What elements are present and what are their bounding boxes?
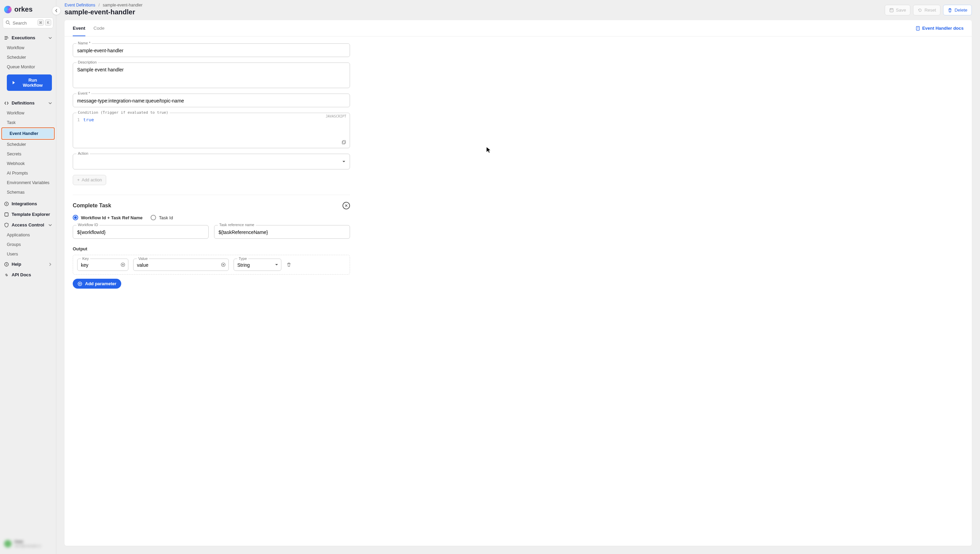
chevron-down-icon [48,102,52,105]
main: Event Definitions / sample-event-handler… [56,0,980,554]
avatar [4,540,12,548]
output-type-select[interactable]: Type [234,259,282,271]
integrations-icon [4,202,9,206]
caret-down-icon [275,263,278,266]
tab-code[interactable]: Code [94,20,105,36]
reset-button[interactable]: Reset [913,5,940,15]
trash-icon [286,262,292,267]
executions-icon [4,35,9,40]
sidebar-item-secrets[interactable]: Secrets [0,149,56,159]
x-icon [345,204,348,207]
sidebar-item-integrations[interactable]: Integrations [0,199,56,209]
remove-section-button[interactable] [342,202,350,209]
page-title: sample-event-handler [65,8,142,16]
workflow-id-input[interactable] [77,229,204,235]
task-ref-input[interactable] [218,229,345,235]
nav-section-access-control[interactable]: Access Control [0,220,56,230]
run-workflow-button[interactable]: Run Workflow [7,75,52,91]
save-icon [889,8,894,13]
save-button[interactable]: Save [885,5,911,15]
svg-rect-3 [5,213,8,216]
tab-event[interactable]: Event [73,20,85,36]
breadcrumb-root[interactable]: Event Definitions [65,3,95,8]
description-field[interactable]: Description Sample event handler [73,62,350,88]
breadcrumb-leaf: sample-event-handler [103,3,142,8]
output-key-input[interactable] [81,262,117,268]
sidebar-item-exec-workflow[interactable]: Workflow [0,43,56,53]
logo[interactable]: orkes [0,3,56,18]
delete-button[interactable]: Delete [943,5,972,15]
svg-text:?: ? [6,263,8,266]
help-icon: ? [4,262,9,267]
sidebar-item-groups[interactable]: Groups [0,240,56,249]
svg-rect-10 [342,141,345,144]
add-action-button[interactable]: + Add action [73,175,106,185]
plus-icon: + [77,178,80,182]
svg-point-0 [6,21,9,24]
sidebar-item-env-vars[interactable]: Environment Variables [0,178,56,188]
code-icon [4,101,9,105]
event-field[interactable]: Event * [73,94,350,107]
output-key-field[interactable]: Key [77,259,128,271]
shield-icon [4,223,9,228]
separator [73,195,350,195]
reset-icon [918,8,922,13]
complete-task-title: Complete Task [73,202,111,209]
sidebar-collapse-button[interactable] [52,6,61,15]
sidebar-item-api-docs[interactable]: API Docs [0,269,56,280]
sidebar-item-webhook[interactable]: Webhook [0,159,56,169]
radio-workflow-taskref[interactable]: Workflow Id + Task Ref Name [73,215,142,220]
sidebar-item-def-task[interactable]: Task [0,118,56,127]
add-parameter-button[interactable]: Add parameter [73,279,121,289]
sidebar-item-def-workflow[interactable]: Workflow [0,108,56,118]
sidebar: orkes ⌘ K Executions [0,0,56,554]
output-type-value[interactable] [237,262,270,268]
nav-section-definitions[interactable]: Definitions [0,98,56,108]
sidebar-item-help[interactable]: ? Help [0,259,56,269]
task-ref-field[interactable]: Task reference name [214,225,350,239]
highlight-event-handler: Event Handler [2,127,55,140]
nav-section-executions[interactable]: Executions [0,32,56,43]
link-icon [4,272,9,277]
svg-rect-11 [343,140,345,143]
sidebar-item-def-scheduler[interactable]: Scheduler [0,140,56,149]
chevron-down-icon [48,36,52,40]
sidebar-item-applications[interactable]: Applications [0,230,56,240]
sidebar-item-queue-monitor[interactable]: Queue Monitor [0,62,56,72]
radio-icon [73,215,78,220]
description-textarea[interactable]: Sample event handler [77,67,345,83]
workflow-id-field[interactable]: Workflow ID [73,225,208,239]
sidebar-item-users[interactable]: Users [0,249,56,259]
output-row: Key Value Type [73,255,350,275]
action-select[interactable]: Action [73,154,350,169]
breadcrumb: Event Definitions / sample-event-handler [65,3,142,8]
output-value-field[interactable]: Value [133,259,229,271]
plus-circle-icon [78,282,82,286]
docs-link[interactable]: ? Event Handler docs [915,25,964,31]
sidebar-item-exec-scheduler[interactable]: Scheduler [0,53,56,62]
delete-row-button[interactable] [286,262,292,267]
output-value-input[interactable] [137,262,218,268]
clear-icon[interactable] [121,262,125,267]
radio-icon [151,215,156,220]
svg-point-2 [6,203,7,204]
name-input[interactable] [77,48,345,53]
name-field[interactable]: Name * [73,43,350,57]
chevron-right-icon [48,263,52,266]
radio-task-id[interactable]: Task Id [151,215,173,220]
play-icon [12,81,16,85]
sidebar-item-template-explorer[interactable]: Template Explorer [0,209,56,220]
sidebar-item-ai-prompts[interactable]: AI Prompts [0,169,56,178]
chevron-left-icon [55,9,58,12]
clear-icon[interactable] [221,262,226,267]
copy-icon[interactable] [341,140,346,145]
sidebar-item-event-handler[interactable]: Event Handler [3,129,53,138]
event-input[interactable] [77,98,345,103]
user-footer[interactable]: User user@example.io [0,536,56,551]
content-panel: Event Code ? Event Handler docs Name * D… [65,20,972,546]
output-label: Output [73,246,350,252]
sidebar-item-schemas[interactable]: Schemas [0,188,56,197]
search-shortcut: ⌘ K [38,19,51,25]
language-badge: JAVASCRIPT [326,115,346,118]
condition-field[interactable]: Condition (Trigger if evaluated to true)… [73,113,350,148]
